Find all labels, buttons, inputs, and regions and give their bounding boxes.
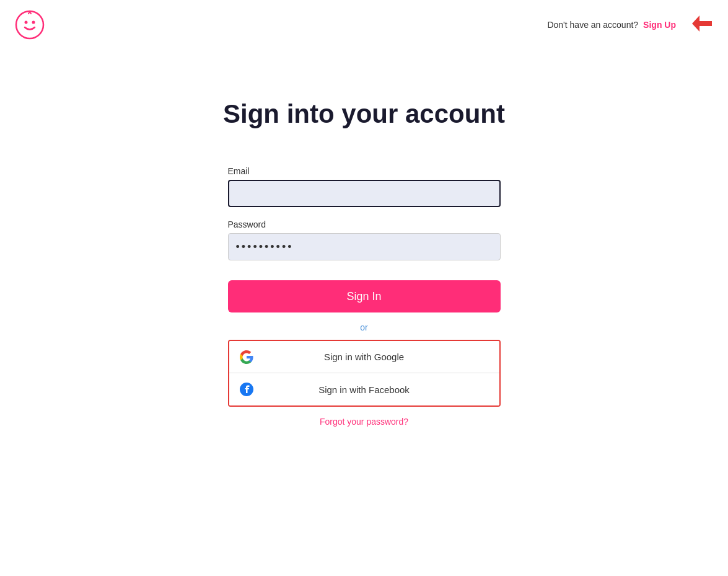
sign-in-facebook-button[interactable]: Sign in with Facebook	[229, 373, 499, 405]
back-arrow-button[interactable]	[691, 14, 713, 35]
sign-in-google-button[interactable]: Sign in with Google	[229, 341, 499, 373]
or-divider: or	[228, 322, 501, 332]
no-account-text: Don't have an account?	[547, 20, 638, 30]
forgot-password-link[interactable]: Forgot your password?	[228, 417, 501, 427]
form-container: Email Password Sign In or Sign in	[228, 166, 501, 427]
svg-point-1	[25, 21, 28, 24]
facebook-icon	[239, 382, 254, 397]
svg-point-2	[32, 21, 35, 24]
sign-in-button[interactable]: Sign In	[228, 280, 501, 312]
sign-in-google-label: Sign in with Google	[324, 352, 404, 362]
password-input[interactable]	[228, 233, 501, 260]
email-label: Email	[228, 166, 501, 176]
header-right: Don't have an account? Sign Up	[547, 14, 713, 35]
back-arrow-icon	[691, 14, 713, 33]
password-label: Password	[228, 219, 501, 229]
logo-icon	[15, 10, 45, 40]
sign-in-facebook-label: Sign in with Facebook	[318, 384, 410, 395]
email-input[interactable]	[228, 180, 501, 207]
google-icon	[239, 350, 254, 365]
sign-up-link[interactable]: Sign Up	[643, 20, 676, 30]
header: Don't have an account? Sign Up	[0, 0, 728, 50]
svg-point-0	[16, 11, 43, 38]
main-content: Sign into your account Email Password Si…	[0, 50, 728, 427]
page-title: Sign into your account	[223, 99, 505, 129]
logo	[15, 10, 45, 40]
svg-marker-3	[692, 16, 712, 32]
social-buttons-container: Sign in with Google Sign in with Faceboo…	[228, 340, 501, 407]
